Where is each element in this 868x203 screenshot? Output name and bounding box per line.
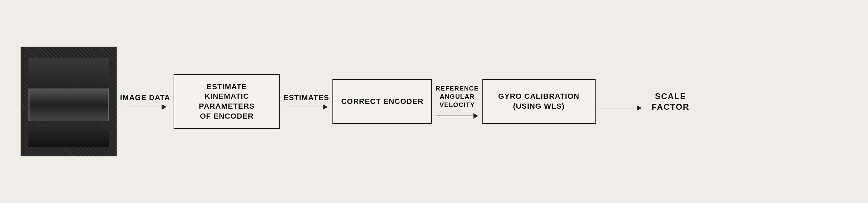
arrow3-head — [473, 113, 478, 119]
arrow4-shaft — [599, 108, 637, 108]
arrow2-section: ESTIMATES — [283, 93, 329, 110]
arrow2-shaft — [285, 107, 323, 107]
arrow3-shaft — [436, 116, 473, 116]
box3-text: GYRO CALIBRATION(USING WLS) — [498, 92, 579, 111]
arrow3-label: REFERENCEANGULARVELOCITY — [435, 84, 479, 109]
box2-wrapper: CORRECT ENCODER — [332, 79, 432, 124]
arrow4-section: X — [599, 92, 642, 111]
output-label: SCALEFACTOR — [652, 91, 690, 112]
box3-wrapper: GYRO CALIBRATION(USING WLS) — [482, 79, 596, 124]
arrow3-section: REFERENCEANGULARVELOCITY — [435, 84, 479, 118]
box1-wrapper: ESTIMATEKINEMATIC PARAMETERSOF ENCODER — [174, 74, 280, 129]
arrow2-head — [323, 104, 328, 110]
arrow1-section: IMAGE DATA — [120, 93, 170, 110]
box1: ESTIMATEKINEMATIC PARAMETERSOF ENCODER — [174, 74, 280, 129]
arrow4-head — [637, 105, 642, 111]
arrow1-head — [162, 104, 166, 110]
encoder-image — [21, 47, 117, 156]
box2-text: CORRECT ENCODER — [341, 97, 423, 107]
box3: GYRO CALIBRATION(USING WLS) — [482, 79, 596, 124]
diagram-container: IMAGE DATA ESTIMATEKINEMATIC PARAMETERSO… — [0, 0, 868, 203]
box1-text: ESTIMATEKINEMATIC PARAMETERSOF ENCODER — [180, 82, 273, 121]
arrow1-shaft — [124, 107, 162, 107]
box2: CORRECT ENCODER — [332, 79, 432, 124]
arrow1-label: IMAGE DATA — [120, 93, 170, 102]
arrow2-label: ESTIMATES — [283, 93, 329, 102]
